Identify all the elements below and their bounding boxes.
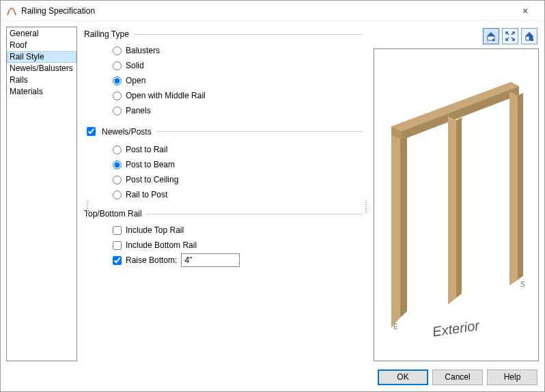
group-railing-type: Railing Type Balusters Solid Open Open w…	[84, 29, 363, 118]
group-title-top-bottom: Top/Bottom Rail	[84, 209, 142, 219]
label-post-to-ceiling: Post to Ceiling	[126, 175, 178, 184]
group-top-bottom-rail: Top/Bottom Rail Include Top Rail Include…	[84, 209, 363, 268]
preview-toolbar	[374, 27, 539, 46]
category-list: General Roof Rail Style Newels/Balusters…	[6, 27, 77, 361]
radio-post-to-ceiling[interactable]	[113, 176, 122, 184]
label-rail-to-post: Rail to Post	[126, 190, 167, 199]
zoom-extents-button[interactable]	[502, 28, 518, 44]
group-newels-posts: Newels/Posts Post to Rail Post to Beam P…	[84, 125, 363, 202]
svg-marker-13	[518, 93, 523, 280]
svg-rect-6	[531, 39, 533, 41]
sidebar-item-rails[interactable]: Rails	[7, 74, 76, 86]
divider	[146, 214, 363, 214]
help-button[interactable]: Help	[487, 369, 537, 385]
group-title-newels-posts: Newels/Posts	[102, 127, 152, 137]
label-post-to-beam: Post to Beam	[126, 160, 175, 169]
dialog-buttons: OK Cancel Help	[1, 367, 544, 391]
app-icon	[6, 5, 17, 16]
label-balusters: Balusters	[126, 46, 160, 55]
label-open: Open	[126, 76, 145, 85]
sidebar-item-rail-style[interactable]: Rail Style	[7, 51, 76, 63]
sidebar-item-roof[interactable]: Roof	[7, 40, 76, 51]
sidebar-item-newels-balusters[interactable]: Newels/Balusters	[7, 63, 76, 74]
svg-marker-0	[487, 32, 495, 36]
color-toggle-button[interactable]	[483, 28, 499, 44]
preview-viewport[interactable]: E S Exterior	[374, 48, 539, 361]
radio-rail-to-post[interactable]	[113, 191, 122, 199]
radio-solid[interactable]	[113, 61, 122, 70]
dialog-title: Railing Specification	[21, 6, 512, 16]
svg-marker-15	[456, 117, 462, 298]
label-include-top-rail: Include Top Rail	[126, 225, 184, 235]
preview-caption: Exterior	[432, 318, 481, 339]
radio-panels[interactable]	[113, 107, 122, 115]
label-post-to-rail: Post to Rail	[126, 145, 167, 154]
close-button[interactable]: ×	[512, 5, 539, 16]
divider	[133, 34, 363, 35]
label-open-middle: Open with Middle Rail	[126, 91, 206, 100]
ok-button[interactable]: OK	[378, 369, 428, 385]
svg-marker-10	[391, 135, 400, 328]
form-column: Railing Type Balusters Solid Open Open w…	[81, 27, 365, 361]
cancel-button[interactable]: Cancel	[432, 369, 483, 385]
preview-column: E S Exterior	[374, 27, 539, 361]
axis-e-label: E	[393, 323, 398, 331]
checkbox-raise-bottom[interactable]	[113, 256, 122, 265]
radio-balusters[interactable]	[113, 46, 122, 55]
radio-post-to-rail[interactable]	[113, 145, 122, 154]
radio-post-to-beam[interactable]	[113, 160, 122, 169]
label-solid: Solid	[126, 61, 144, 70]
svg-marker-11	[400, 137, 407, 318]
group-title-railing-type: Railing Type	[84, 29, 129, 39]
input-raise-bottom[interactable]	[181, 253, 240, 267]
titlebar: Railing Specification ×	[1, 1, 544, 21]
preview-3d: E S Exterior	[374, 49, 538, 361]
dialog-body: General Roof Rail Style Newels/Balusters…	[1, 21, 544, 367]
house-half-icon	[524, 31, 535, 42]
final-view-button[interactable]	[521, 28, 537, 44]
splitter-handle-right[interactable]	[364, 200, 368, 214]
axis-s-label: S	[520, 281, 525, 288]
house-color-icon	[486, 31, 497, 42]
expand-arrows-icon	[505, 31, 516, 42]
checkbox-include-top-rail[interactable]	[113, 226, 122, 235]
divider	[156, 131, 363, 132]
sidebar-item-materials[interactable]: Materials	[7, 86, 76, 98]
checkbox-include-bottom-rail[interactable]	[113, 241, 122, 250]
label-include-bottom-rail: Include Bottom Rail	[126, 240, 197, 250]
svg-marker-14	[448, 116, 456, 305]
label-panels: Panels	[126, 106, 151, 115]
main-panel: Railing Type Balusters Solid Open Open w…	[81, 27, 539, 361]
radio-open[interactable]	[113, 76, 122, 85]
radio-open-middle[interactable]	[113, 92, 122, 100]
sidebar-item-general[interactable]: General	[7, 28, 76, 40]
checkbox-newels-posts[interactable]	[87, 127, 96, 136]
splitter-handle-left[interactable]	[85, 200, 89, 214]
label-raise-bottom: Raise Bottom:	[126, 255, 177, 265]
dialog-window: Railing Specification × General Roof Rai…	[0, 0, 545, 392]
svg-marker-12	[509, 92, 518, 285]
